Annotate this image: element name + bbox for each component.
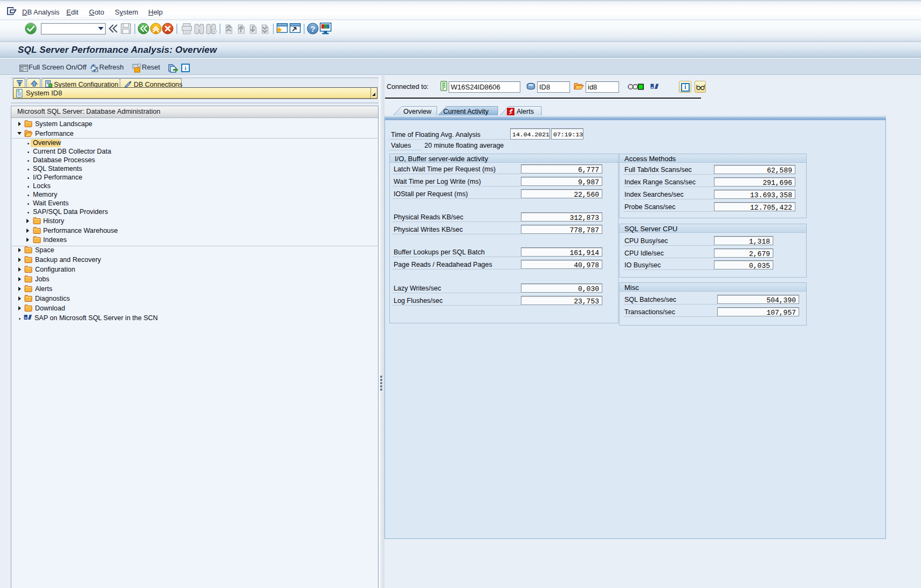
svg-text:?: ? [310,24,315,33]
